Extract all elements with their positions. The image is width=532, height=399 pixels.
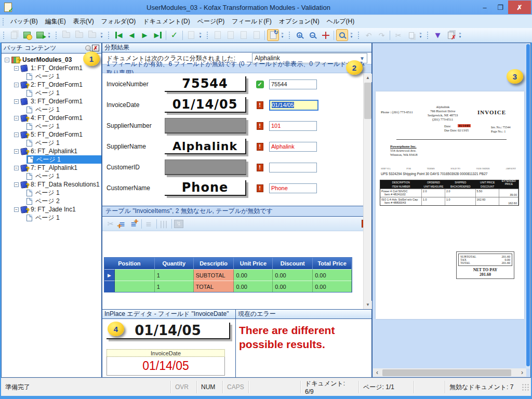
tree-page-node[interactable]: ページ 1 [2,72,101,81]
first-page-icon[interactable] [211,29,223,41]
grid-cell[interactable]: 0.00 [273,269,313,281]
menu-item-1[interactable]: 編集(E) [42,15,70,28]
tree-page-node[interactable]: ページ 1 [2,189,101,197]
tree-document-node[interactable]: −7: FT_Alphalink1 [2,164,101,172]
undo-icon[interactable]: ↶ [363,29,375,41]
folder-up-icon[interactable] [73,29,85,41]
tree-page-node[interactable]: ページ 1 [2,122,101,130]
grid-row[interactable]: ▶1SUBTOTAL0.000.000.00 [104,269,352,281]
zoom-area-icon[interactable] [336,29,348,41]
tree-document-node[interactable]: −6: FT_Alphalink1 [2,147,101,155]
toolbar-overflow-button[interactable]: »▾ [46,29,52,42]
toolbar-overflow-button[interactable]: »▾ [99,29,104,42]
menu-item-8[interactable]: ヘルプ(H) [323,15,358,28]
suppliernumber-input[interactable]: 101 [269,121,317,131]
close-batch-icon[interactable] [34,29,46,41]
grid-cell[interactable]: 0.00 [234,269,273,281]
expander-icon[interactable]: − [14,66,19,71]
suppliername-input[interactable]: Alphalink [269,142,317,152]
cut-icon[interactable]: ✂ [392,29,404,41]
customername-input[interactable]: Phone [269,183,317,193]
invoicedate-input[interactable]: 01/14/05 [269,100,318,111]
tree-page-node[interactable]: ページ 1 [2,155,101,164]
document-page-image[interactable]: Phone : (201) 773-6511 Alphalink766 Harr… [376,91,524,319]
grid-row[interactable]: 1TOTAL0.000.000.00 [104,281,352,292]
add-row-icon[interactable]: ≡+ [128,219,139,229]
redo-icon[interactable]: ↷ [376,29,388,41]
last-page-icon[interactable] [250,29,262,41]
fields-vertical-scrollbar[interactable]: ▲ ▼ [363,74,371,309]
tree-document-node[interactable]: −2: FT_OrderForm1 [2,81,101,89]
row-selector[interactable]: ▶ [104,269,115,281]
grid-cell[interactable]: TOTAL [194,281,234,292]
tree-page-node[interactable]: ページ 2 [2,197,101,205]
grid-column-header[interactable]: Quantity [155,258,194,269]
preview-horizontal-scrollbar[interactable]: ‹ › [373,368,526,377]
tree-document-node[interactable]: −9: FT_Jade Inc1 [2,205,101,214]
columns-icon[interactable]: ||| [158,219,169,229]
expander-icon[interactable]: − [14,99,19,104]
close-button[interactable]: ✗ [508,1,531,14]
suspend-batch-icon[interactable] [21,29,33,41]
grid-cell[interactable]: 0.00 [234,281,273,292]
expander-icon[interactable]: − [5,58,9,62]
row-selector[interactable] [104,281,115,292]
prev-document-icon[interactable]: ◀ [126,29,138,41]
tree-page-node[interactable]: ページ 1 [2,214,101,222]
toolbar-overflow-button[interactable]: »▾ [349,29,354,42]
merge-rows-icon[interactable]: ≡ [143,219,154,229]
toolbar-overflow-button[interactable]: »▾ [197,29,203,42]
tree-document-node[interactable]: −4: FT_OrderForm1 [2,114,101,122]
zoom-in-icon[interactable]: + [294,29,305,41]
fit-page-icon[interactable] [320,29,331,41]
expander-icon[interactable]: − [14,166,19,170]
panel-close-icon[interactable]: ✗ [92,45,99,51]
delete-document-icon[interactable]: ✗ [445,29,457,41]
grid-cell[interactable]: SUBTOTAL [194,269,234,281]
resize-grip[interactable] [522,383,530,392]
grid-column-header[interactable]: Unit Price [234,258,273,269]
grid-column-header[interactable]: Position [104,258,155,269]
grid-cell[interactable]: 1 [155,281,194,292]
grid-cell[interactable] [115,269,155,281]
rotate-page-icon[interactable]: ↻ [267,29,279,41]
open-batch-icon[interactable] [8,29,20,41]
expander-icon[interactable]: − [14,116,19,121]
selected-page-row[interactable]: ページ 1 [26,155,101,164]
tree-page-node[interactable]: ページ 1 [2,139,101,147]
auto-complete-icon[interactable]: ↯ [174,219,184,229]
grid-cell[interactable]: 1 [155,269,194,281]
grid-column-header[interactable]: Descriptio [194,258,234,269]
delete-cells-icon[interactable]: ✂ [105,219,116,229]
last-document-icon[interactable]: ▶ [152,29,164,41]
menu-item-3[interactable]: フォルダ(O) [98,15,139,28]
first-document-icon[interactable]: ◀ [113,29,125,41]
copy-icon[interactable] [405,29,417,41]
toolbar-overflow-button[interactable]: »▾ [418,29,423,42]
menu-item-5[interactable]: ページ(P) [194,15,229,28]
tree-page-node[interactable]: ページ 1 [2,105,101,114]
next-document-icon[interactable]: ▶ [139,29,151,41]
confirm-field-icon[interactable]: ▼ [432,29,444,41]
tree-document-node[interactable]: −1: FT_OrderForm1 [2,64,101,72]
expander-icon[interactable]: − [14,132,19,137]
toolbar-overflow-button[interactable]: »▾ [280,29,285,42]
preview-vertical-scrollbar[interactable] [526,43,530,369]
expander-icon[interactable]: − [14,207,19,212]
menu-item-4[interactable]: ドキュメント(D) [139,15,193,28]
toolbar-overflow-button[interactable]: »▾ [457,29,463,42]
expander-icon[interactable]: − [14,182,19,187]
tree-page-node[interactable]: ページ 1 [2,89,101,97]
grid-cell[interactable]: 0.00 [313,281,352,292]
customerid-input[interactable] [269,163,317,172]
tree-document-node[interactable]: −3: FT_OrderForm1 [2,97,101,105]
grid-cell[interactable]: 0.00 [313,269,352,281]
grid-column-header[interactable]: Discount [273,258,313,269]
next-page-icon[interactable] [237,29,249,41]
maximize-button[interactable]: ❐ [493,1,508,14]
expander-icon[interactable]: − [14,149,19,154]
insert-row-icon[interactable]: ≡+ [117,219,127,229]
grid-cell[interactable]: 0.00 [273,281,313,292]
tree-document-node[interactable]: −5: FT_OrderForm1 [2,130,101,139]
inplace-field-value[interactable]: 01/14/05 [107,357,225,376]
